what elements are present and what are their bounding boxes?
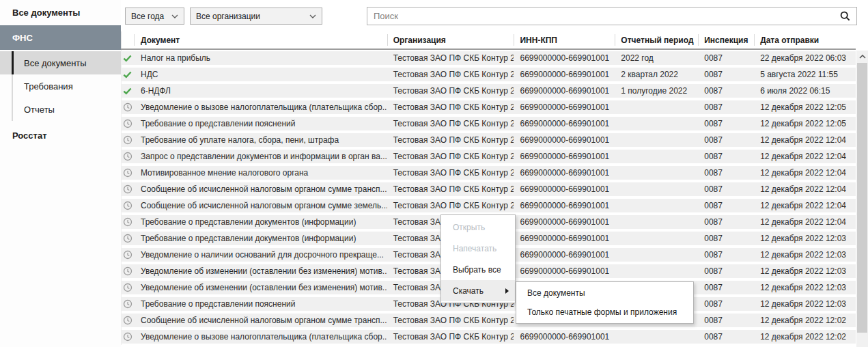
document-name: Требование о представлении пояснений — [134, 119, 387, 128]
inspection: 0087 — [698, 299, 754, 309]
inn-kpp: 6699000000-669901001 — [514, 102, 615, 112]
context-menu-item[interactable]: Напечатать — [441, 238, 515, 259]
table-row[interactable]: Сообщение об исчисленной налоговым орган… — [122, 197, 856, 214]
pending-clock-icon — [123, 184, 132, 194]
inn-kpp: 6699000000-669901001 — [514, 332, 615, 342]
inspection: 0087 — [698, 152, 754, 161]
inn-kpp: 6699000000-669901001 — [514, 135, 615, 145]
document-name: Уведомление о наличии оснований для доср… — [134, 250, 387, 260]
organization-filter-dropdown[interactable]: Все организации — [190, 8, 322, 25]
organization: Тестовая ЗАО ПФ СКБ Контур 2 — [387, 53, 514, 63]
search-icon[interactable] — [833, 11, 856, 21]
context-menu: ОткрытьНапечататьВыбрать всеСкачать — [440, 214, 516, 303]
pending-clock-icon — [123, 234, 132, 243]
inspection: 0087 — [698, 135, 754, 145]
inspection: 0087 — [698, 283, 754, 292]
table-row[interactable]: 6-НДФЛ Тестовая ЗАО ПФ СКБ Контур 2 6699… — [122, 83, 856, 99]
table-row[interactable]: Уведомление о вызове налогоплательщика (… — [122, 99, 856, 115]
document-name: Сообщение об исчисленной налоговым орган… — [134, 184, 387, 194]
vertical-scrollbar[interactable] — [856, 51, 868, 347]
sidebar-item-rosstat[interactable]: Росстат — [0, 124, 121, 147]
sent-date: 12 декабря 2022 12:04 — [754, 168, 856, 178]
sidebar-item-otchety[interactable]: Отчеты — [0, 98, 121, 121]
inn-kpp: 6699000000-669901001 — [514, 250, 615, 260]
table-row[interactable]: Налог на прибыль Тестовая ЗАО ПФ СКБ Кон… — [122, 50, 856, 66]
sidebar-item-trebovaniya[interactable]: Требования — [0, 74, 121, 98]
sent-date: 12 декабря 2022 12:03 — [754, 299, 856, 309]
pending-clock-icon — [123, 316, 132, 325]
table-header: Документ Организация ИНН-КПП Отчетный пе… — [121, 31, 856, 48]
context-menu-item[interactable]: Открыть — [441, 217, 515, 238]
report-period: 2 квартал 2022 — [615, 70, 698, 79]
document-name: Сообщение об исчисленной налоговым орган… — [134, 201, 387, 210]
submenu-item[interactable]: Все документы — [516, 283, 693, 303]
table-row[interactable]: Требование об уплате налога, сбора, пени… — [122, 132, 856, 148]
organization: Тестовая ЗАО ПФ СКБ Контур 2 — [387, 119, 514, 128]
inn-kpp: 6699000000-669901001 — [514, 86, 615, 96]
search-input[interactable] — [367, 8, 833, 25]
column-header-period[interactable]: Отчетный период — [615, 31, 698, 48]
document-name: Требование об уплате налога, сбора, пени… — [134, 135, 387, 145]
year-filter-dropdown[interactable]: Все года — [125, 8, 184, 25]
context-menu-item[interactable]: Выбрать все — [441, 259, 515, 280]
column-header-inspection[interactable]: Инспекция — [698, 31, 754, 48]
inn-kpp: 6699000000-669901001 — [514, 266, 615, 276]
inspection: 0087 — [698, 102, 754, 112]
column-header-document[interactable]: Документ — [134, 31, 387, 48]
organization: Тестовая ЗАО ПФ СКБ Контур 2 — [387, 184, 514, 194]
inspection: 0087 — [698, 234, 754, 243]
inn-kpp: 6699000000-669901001 — [514, 201, 615, 210]
inn-kpp: 6699000000-669901001 — [514, 53, 615, 63]
submenu-arrow-icon — [505, 288, 509, 294]
context-menu-item-label: Открыть — [453, 223, 485, 232]
inn-kpp: 6699000000-669901001 — [514, 119, 615, 128]
organization: Тестовая ЗАО ПФ СКБ Контур 2 — [387, 86, 514, 96]
context-menu-item-label: Напечатать — [453, 244, 496, 253]
sent-date: 12 декабря 2022 12:02 — [754, 316, 856, 325]
inspection: 0087 — [698, 184, 754, 194]
table-row[interactable]: Мотивированное мнение налогового органа … — [122, 165, 856, 181]
scroll-up-arrow-icon[interactable] — [856, 51, 868, 62]
sent-date: 12 декабря 2022 12:04 — [754, 152, 856, 161]
document-name: Требование о представлении пояснений — [134, 299, 387, 309]
document-name: Мотивированное мнение налогового органа — [134, 168, 387, 178]
table-row[interactable]: Запрос о представлении документов и инфо… — [122, 148, 856, 165]
table-row[interactable]: Уведомление о вызове налогоплательщика (… — [122, 329, 856, 345]
inspection: 0087 — [698, 168, 754, 178]
pending-clock-icon — [123, 119, 132, 128]
pending-clock-icon — [123, 283, 132, 292]
table-row[interactable]: Сообщение об исчисленной налоговым орган… — [122, 312, 856, 329]
table-row[interactable]: НДС Тестовая ЗАО ПФ СКБ Контур 2 6699000… — [122, 66, 856, 83]
sent-date: 12 декабря 2022 12:03 — [754, 250, 856, 260]
sent-check-icon — [123, 87, 132, 95]
table-row[interactable]: Сообщение об исчисленной налоговым орган… — [122, 181, 856, 197]
sent-date: 12 декабря 2022 12:03 — [754, 266, 856, 276]
submenu-item[interactable]: Только печатные формы и приложения — [516, 303, 693, 322]
column-header-inn-kpp[interactable]: ИНН-КПП — [514, 31, 615, 48]
organization: Тестовая ЗАО ПФ СКБ Контур 2 — [387, 316, 514, 325]
context-menu-item[interactable]: Скачать — [441, 280, 515, 301]
inn-kpp: 6699000000-669901001 — [514, 70, 615, 79]
sidebar-section-fns[interactable]: ФНС — [0, 25, 121, 50]
organization-filter-value: Все организации — [196, 12, 260, 21]
search-box — [367, 7, 857, 25]
context-menu-item-label: Скачать — [453, 286, 484, 296]
organization: Тестовая ЗАО ПФ СКБ Контур 2 — [387, 102, 514, 112]
table-row[interactable]: Требование о представлении пояснений Тес… — [122, 115, 856, 132]
sidebar-item-fns-all-documents[interactable]: Все документы — [0, 51, 121, 74]
report-period: 1 полугодие 2022 — [615, 86, 698, 96]
document-name: Требование о представлении документов (и… — [134, 234, 387, 243]
sidebar-item-all-documents[interactable]: Все документы — [0, 0, 121, 25]
pending-clock-icon — [123, 168, 132, 178]
scrollbar-thumb[interactable] — [857, 63, 867, 333]
column-header-sent-date[interactable]: Дата отправки — [754, 31, 856, 48]
organization: Тестовая ЗАО ПФ СКБ Контур 2 — [387, 135, 514, 145]
sent-date: 12 декабря 2022 12:02 — [754, 332, 856, 342]
document-name: Требование о представлении документов (и… — [134, 217, 387, 227]
document-name: Сообщение об исчисленной налоговым орган… — [134, 316, 387, 325]
sent-date: 22 декабря 2022 06:03 — [754, 53, 856, 63]
column-header-organization[interactable]: Организация — [387, 31, 514, 48]
pending-clock-icon — [123, 332, 132, 342]
sent-date: 12 декабря 2022 12:04 — [754, 201, 856, 210]
inn-kpp: 6699000000-669901001 — [514, 234, 615, 243]
